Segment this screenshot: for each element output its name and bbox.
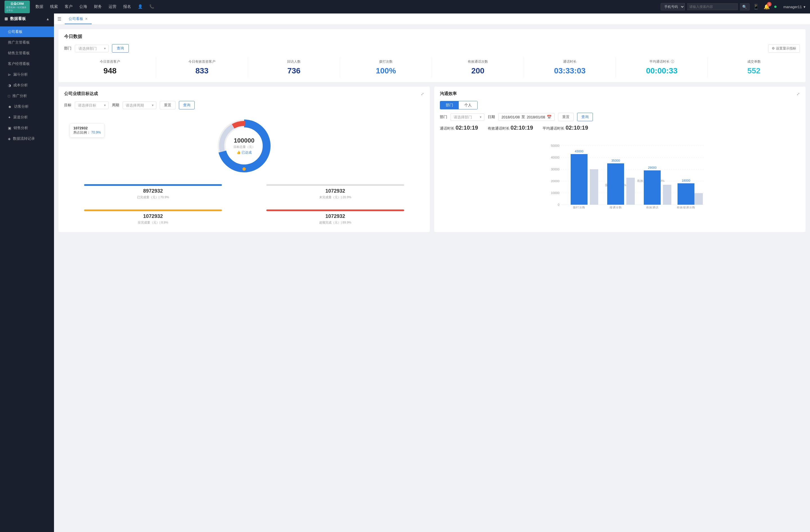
metric-avg-duration: 平均通话时长 ⓘ 00:00:33 <box>616 57 708 78</box>
nav-item-signup[interactable]: 报名 <box>123 3 131 11</box>
date-range[interactable]: 2018/01/08 至 2018/01/08 📅 <box>498 113 555 121</box>
stat-desc: 未完成量（元）| 20.9% <box>249 195 421 199</box>
tab-label: 公司看板 <box>69 16 83 21</box>
today-data-card: 今日数据 部门 请选择部门 查询 ⚙ 设置显示指标 <box>59 29 806 82</box>
tab-switch: 部门 个人 <box>440 101 477 110</box>
nav-search: 手机号码 🔍 <box>661 3 749 11</box>
user-status-dot <box>774 6 777 8</box>
stat-should-complete: 1072932 应完成量（元）| 8.9% <box>64 207 242 228</box>
top-navigation: 云朵CRM 教育机构一站式服务云平台 数据 线索 客户 公海 财务 运营 报名 … <box>0 0 810 14</box>
sidebar-item-promo[interactable]: □ 推广分析 <box>0 90 54 101</box>
metric-label: 拨打次数 <box>341 59 431 64</box>
bar-effective-light <box>663 185 671 205</box>
search-button[interactable]: 🔍 <box>740 3 749 11</box>
efficiency-panel: 沟通效率 ⤢ 部门 个人 部门 请选择部门 日期 <box>434 87 806 232</box>
sidebar-collapse-icon[interactable]: ▲ <box>46 17 49 21</box>
goal-select[interactable]: 请选择目标 <box>75 101 109 109</box>
sidebar-title: ⊞ 数据看板 <box>4 16 26 21</box>
bar-label4: 有效接通次数 <box>677 206 695 209</box>
calendar-icon: 📅 <box>547 115 552 119</box>
goal-label: 目标 <box>64 103 71 108</box>
sidebar-item-data-flow[interactable]: ◈ 数据流转记录 <box>0 133 54 144</box>
main-layout: ⊞ 数据看板 ▲ 公司看板 推广主管看板 销售主管看板 客户经理看板 ⊳ 漏斗分… <box>0 14 810 532</box>
stat-bar-blue <box>84 184 222 186</box>
date-from: 2018/01/08 <box>501 115 520 119</box>
sidebar-item-channel[interactable]: ✦ 渠道分析 <box>0 112 54 122</box>
sidebar-title-text: 数据看板 <box>10 16 26 21</box>
donut-indicator-dot <box>242 167 246 171</box>
tab-dept-btn[interactable]: 部门 <box>440 101 459 109</box>
nav-icon-user[interactable]: 👤 <box>138 3 143 11</box>
nav-item-sea[interactable]: 公海 <box>79 3 87 11</box>
sidebar-item-customer-manager[interactable]: 客户经理看板 <box>0 59 54 69</box>
sidebar-item-funnel[interactable]: ⊳ 漏斗分析 <box>0 69 54 80</box>
today-query-button[interactable]: 查询 <box>112 44 129 53</box>
notification-icon[interactable]: 🔔 5 <box>764 4 770 10</box>
dept-select[interactable]: 请选择部门 <box>75 45 109 52</box>
donut-chart-container: 100000 目标总量（元） 👍 已达成 1072932 所占比例： 70.9% <box>64 115 424 177</box>
donut-tooltip-pct: 所占比例： 70.9% <box>74 130 101 135</box>
bar-effective-connect <box>678 183 694 205</box>
logo-text1: 云朵CRM <box>11 2 23 6</box>
expand-icon2[interactable]: ⤢ <box>796 92 800 96</box>
bar-dial <box>571 154 587 205</box>
sidebar-item-label: 公司看板 <box>8 29 22 34</box>
eff-stats-row: 通话时长 02:10:19 有效通话时长 02:10:19 平均通话时长 02:… <box>440 124 800 131</box>
date-separator: 至 <box>521 114 525 119</box>
nav-item-finance[interactable]: 财务 <box>94 3 102 11</box>
bar-val4: 18000 <box>682 179 691 182</box>
sidebar-item-visitor[interactable]: ☻ 访客分析 <box>0 101 54 112</box>
channel-icon: ✦ <box>8 115 11 119</box>
setting-display-button[interactable]: ⚙ 设置显示指标 <box>768 45 800 53</box>
user-info[interactable]: manager11 ▾ <box>783 5 806 9</box>
metric-value: 833 <box>157 66 247 76</box>
goal-panel: 公司业绩目标达成 ⤢ 目标 请选择目标 周期 请选择 <box>59 87 430 232</box>
sidebar-item-cost[interactable]: ◑ 成本分析 <box>0 80 54 90</box>
tab-toggle-icon[interactable]: ☰ <box>58 16 61 22</box>
tab-company-board[interactable]: 公司看板 ✕ <box>65 14 92 24</box>
nav-item-ops[interactable]: 运营 <box>109 3 116 11</box>
bar-chart-svg: 0 10000 20000 30000 40000 50000 <box>454 135 800 209</box>
eff-filter-row: 部门 请选择部门 日期 2018/01/08 至 2018/01/08 📅 <box>440 113 800 121</box>
sidebar: ⊞ 数据看板 ▲ 公司看板 推广主管看板 销售主管看板 客户经理看板 ⊳ 漏斗分… <box>0 14 54 532</box>
tab-person-btn[interactable]: 个人 <box>459 101 477 109</box>
sidebar-item-label: 成本分析 <box>13 83 28 88</box>
sidebar-item-label: 客户经理看板 <box>8 61 30 66</box>
sidebar-item-promo-manager[interactable]: 推广主管看板 <box>0 37 54 48</box>
eff-dept-select[interactable]: 请选择部门 <box>451 113 484 121</box>
donut-tooltip-num: 1072932 <box>74 126 101 130</box>
search-type-select[interactable]: 手机号码 <box>661 3 685 11</box>
period-select[interactable]: 请选择周期 <box>123 101 156 109</box>
sidebar-item-sales-manager[interactable]: 销售主管看板 <box>0 48 54 59</box>
eff-query-button[interactable]: 查询 <box>577 113 593 121</box>
tablet-icon[interactable]: 📱 <box>753 4 759 10</box>
tab-close-icon[interactable]: ✕ <box>85 17 88 21</box>
sidebar-items: 公司看板 推广主管看板 销售主管看板 客户经理看板 ⊳ 漏斗分析 ◑ 成本分析 … <box>0 24 54 146</box>
stat-desc: 已完成量（元）| 70.9% <box>67 195 239 199</box>
eff-reset-button[interactable]: 重置 <box>558 113 574 121</box>
sidebar-item-label: 推广分析 <box>12 93 27 98</box>
nav-item-customers[interactable]: 客户 <box>65 3 72 11</box>
metric-value: 00:00:33 <box>617 66 707 76</box>
today-section-title: 今日数据 <box>64 34 800 40</box>
notification-badge: 5 <box>767 2 772 6</box>
search-input[interactable] <box>687 3 738 10</box>
logo: 云朵CRM 教育机构一站式服务云平台 <box>4 1 30 13</box>
bar-effective-connect-light <box>694 193 703 205</box>
stat-over-complete: 1072932 超额完成（元）| 89.9% <box>246 207 424 228</box>
nav-item-leads[interactable]: 线索 <box>50 3 58 11</box>
metric-label: 有效通话次数 <box>433 59 522 64</box>
nav-item-data[interactable]: 数据 <box>35 3 43 11</box>
goal-reset-button[interactable]: 重置 <box>160 101 176 110</box>
goal-query-button[interactable]: 查询 <box>179 101 195 110</box>
stat-bar-yellow <box>84 210 222 211</box>
page-content: 今日数据 部门 请选择部门 查询 ⚙ 设置显示指标 <box>54 25 810 532</box>
goal-panel-header: 公司业绩目标达成 ⤢ <box>64 91 424 97</box>
metric-value: 100% <box>341 66 431 76</box>
nav-icon-phone[interactable]: 📞 <box>149 3 154 11</box>
sidebar-item-sales[interactable]: ▣ 销售分析 <box>0 122 54 133</box>
sidebar-section-header[interactable]: ⊞ 数据看板 ▲ <box>0 14 54 24</box>
sidebar-item-company-board[interactable]: 公司看板 <box>0 27 54 37</box>
period-select-wrap: 请选择周期 <box>123 101 156 109</box>
expand-icon[interactable]: ⤢ <box>421 92 424 96</box>
